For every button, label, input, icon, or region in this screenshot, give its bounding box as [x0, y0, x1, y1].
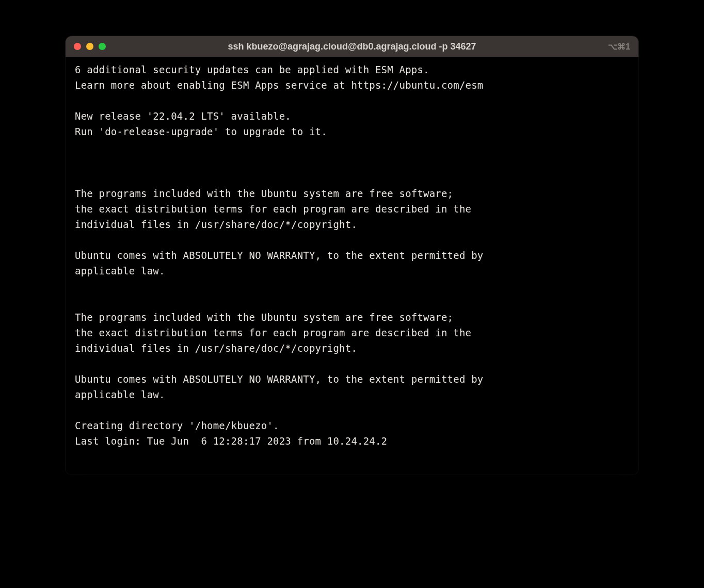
terminal-line	[75, 356, 629, 371]
terminal-line: Ubuntu comes with ABSOLUTELY NO WARRANTY…	[75, 371, 629, 387]
terminal-line: Ubuntu comes with ABSOLUTELY NO WARRANTY…	[75, 248, 629, 263]
terminal-line	[75, 279, 629, 294]
terminal-line: 6 additional security updates can be app…	[75, 62, 629, 77]
minimize-button[interactable]	[86, 43, 93, 50]
terminal-line: individual files in /usr/share/doc/*/cop…	[75, 217, 629, 232]
terminal-line: Run 'do-release-upgrade' to upgrade to i…	[75, 124, 629, 139]
terminal-line	[75, 402, 629, 418]
terminal-window: ssh kbuezo@agrajag.cloud@db0.agrajag.clo…	[66, 36, 638, 475]
terminal-line	[75, 155, 629, 170]
terminal-line	[75, 170, 629, 186]
traffic-lights	[74, 43, 106, 50]
titlebar[interactable]: ssh kbuezo@agrajag.cloud@db0.agrajag.clo…	[66, 36, 638, 57]
terminal-line: Last login: Tue Jun 6 12:28:17 2023 from…	[75, 433, 629, 449]
terminal-line: Creating directory '/home/kbuezo'.	[75, 418, 629, 433]
terminal-line	[75, 294, 629, 309]
terminal-line: The programs included with the Ubuntu sy…	[75, 186, 629, 201]
terminal-line: applicable law.	[75, 263, 629, 279]
close-button[interactable]	[74, 43, 81, 50]
maximize-button[interactable]	[99, 43, 106, 50]
terminal-body[interactable]: 6 additional security updates can be app…	[66, 57, 638, 475]
terminal-line: the exact distribution terms for each pr…	[75, 201, 629, 217]
terminal-line	[75, 139, 629, 155]
terminal-line	[75, 93, 629, 108]
terminal-line: New release '22.04.2 LTS' available.	[75, 108, 629, 124]
terminal-line: Learn more about enabling ESM Apps servi…	[75, 77, 629, 93]
shortcut-hint: ⌥⌘1	[608, 42, 630, 52]
terminal-line: the exact distribution terms for each pr…	[75, 325, 629, 340]
window-title: ssh kbuezo@agrajag.cloud@db0.agrajag.clo…	[66, 41, 638, 52]
terminal-line: The programs included with the Ubuntu sy…	[75, 309, 629, 325]
terminal-line: applicable law.	[75, 387, 629, 402]
terminal-line	[75, 232, 629, 248]
terminal-line: individual files in /usr/share/doc/*/cop…	[75, 340, 629, 356]
